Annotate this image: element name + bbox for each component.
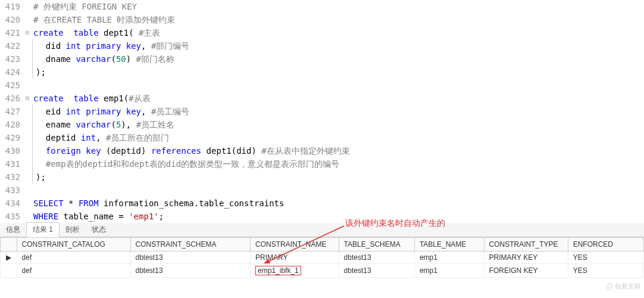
code-content[interactable]: did int primary key, #部门编号 [33,39,189,52]
line-number: 434 [0,197,24,210]
line-number: 419 [0,0,24,13]
line-number: 421 [0,26,24,39]
result-tabs: 信息结果 1剖析状态 [0,223,644,237]
fold-toggle-icon [24,66,31,79]
code-content[interactable]: eid int primary key, #员工编号 [33,105,189,118]
line-number: 430 [0,144,24,157]
column-header[interactable]: CONSTRAINT_SCHEMA [130,238,251,252]
code-content[interactable]: WHERE table_name = 'emp1'; [31,210,164,223]
fold-toggle-icon [24,170,31,184]
fold-toggle-icon [24,13,31,26]
code-line[interactable]: 430 foreign key (deptid) references dept… [0,144,644,157]
code-content[interactable]: # 外键约束 FOREIGN KEY [31,0,137,13]
code-content[interactable] [31,79,33,92]
column-header[interactable]: CONSTRAINT_NAME [251,238,339,252]
line-number: 428 [0,118,24,131]
code-content[interactable] [31,184,33,197]
code-line[interactable]: 432); [0,170,644,184]
code-content[interactable]: ename varchar(5), #员工姓名 [33,118,174,131]
fold-toggle-icon[interactable]: ⊟ [24,26,31,39]
code-line[interactable]: 428 ename varchar(5), #员工姓名 [0,118,644,131]
code-content[interactable]: ); [33,66,46,79]
row-marker-icon [1,264,17,278]
code-line[interactable]: 427 eid int primary key, #员工编号 [0,105,644,118]
cell[interactable]: emp1_ibfk_1 [251,264,339,278]
fold-toggle-icon[interactable]: ⊟ [24,92,31,105]
fold-toggle-icon [24,39,31,52]
row-marker-icon: ▶ [1,252,17,264]
code-content[interactable]: create table emp1(#从表 [31,92,151,105]
code-line[interactable]: 431 #emp表的deptid和和dept表的did的数据类型一致，意义都是表… [0,157,644,170]
code-editor[interactable]: 419# 外键约束 FOREIGN KEY420# 在CREATE TABLE … [0,0,644,223]
result-table[interactable]: CONSTRAINT_CATALOGCONSTRAINT_SCHEMACONST… [0,237,644,278]
code-line[interactable]: 421⊟create table dept1( #主表 [0,26,644,39]
line-number: 425 [0,79,24,92]
column-header[interactable]: TABLE_SCHEMA [339,238,414,252]
code-line[interactable]: 422 did int primary key, #部门编号 [0,39,644,52]
line-number: 431 [0,157,24,170]
line-number: 435 [0,210,24,223]
cell[interactable]: PRIMARY KEY [484,252,568,264]
cell[interactable]: def [17,252,130,264]
code-line[interactable]: 420# 在CREATE TABLE 时添加外键约束 [0,13,644,26]
column-header[interactable]: CONSTRAINT_CATALOG [17,238,130,252]
code-line[interactable]: 424); [0,66,644,79]
code-line[interactable]: 433 [0,184,644,197]
cell[interactable]: YES [568,252,643,264]
fold-toggle-icon [24,79,31,92]
line-number: 427 [0,105,24,118]
line-number: 422 [0,39,24,52]
code-content[interactable]: # 在CREATE TABLE 时添加外键约束 [31,13,175,26]
row-marker-header [1,238,17,252]
code-content[interactable]: foreign key (deptid) references dept1(di… [33,144,350,157]
tab-剖析[interactable]: 剖析 [60,223,86,237]
code-content[interactable]: ); [33,170,46,184]
cell[interactable]: YES [568,264,643,278]
cell[interactable]: dbtest13 [130,252,251,264]
line-number: 424 [0,66,24,79]
fold-toggle-icon [24,210,31,223]
cell[interactable]: emp1 [414,252,484,264]
fold-toggle-icon [24,197,31,210]
code-line[interactable]: 423 dname varchar(50) #部门名称 [0,52,644,66]
tab-状态[interactable]: 状态 [86,223,112,237]
code-content[interactable]: deptid int, #员工所在的部门 [33,131,169,144]
fold-toggle-icon [24,52,31,66]
cell[interactable]: dbtest13 [130,264,251,278]
tab-结果 1[interactable]: 结果 1 [26,222,60,237]
cell[interactable]: PRIMARY [251,252,339,264]
column-header[interactable]: CONSTRAINT_TYPE [484,238,568,252]
code-content[interactable]: dname varchar(50) #部门名称 [33,52,174,66]
cell[interactable]: dbtest13 [339,264,414,278]
code-line[interactable]: 425 [0,79,644,92]
fold-toggle-icon [24,144,31,157]
fold-toggle-icon [24,0,31,13]
cell[interactable]: emp1 [414,264,484,278]
cell[interactable]: dbtest13 [339,252,414,264]
code-line[interactable]: 429 deptid int, #员工所在的部门 [0,131,644,144]
cell[interactable]: FOREIGN KEY [484,264,568,278]
code-line[interactable]: 426⊟create table emp1(#从表 [0,92,644,105]
line-number: 420 [0,13,24,26]
tab-信息[interactable]: 信息 [0,223,26,237]
fold-toggle-icon [24,118,31,131]
code-content[interactable]: create table dept1( #主表 [31,26,160,39]
fold-toggle-icon [24,184,31,197]
fold-toggle-icon [24,131,31,144]
line-number: 426 [0,92,24,105]
fold-toggle-icon [24,105,31,118]
line-number: 432 [0,170,24,184]
column-header[interactable]: TABLE_NAME [414,238,484,252]
line-number: 429 [0,131,24,144]
fold-toggle-icon [24,157,31,170]
line-number: 423 [0,52,24,66]
code-content[interactable]: #emp表的deptid和和dept表的did的数据类型一致，意义都是表示部门的… [33,157,339,170]
column-header[interactable]: ENFORCED [568,238,643,252]
code-line[interactable]: 434SELECT * FROM information_schema.tabl… [0,197,644,210]
table-row[interactable]: ▶defdbtest13PRIMARYdbtest13emp1PRIMARY K… [1,252,644,264]
table-row[interactable]: defdbtest13emp1_ibfk_1dbtest13emp1FOREIG… [1,264,644,278]
code-content[interactable]: SELECT * FROM information_schema.table_c… [31,197,284,210]
code-line[interactable]: 419# 外键约束 FOREIGN KEY [0,0,644,13]
cell[interactable]: def [17,264,130,278]
code-line[interactable]: 435WHERE table_name = 'emp1'; [0,210,644,223]
